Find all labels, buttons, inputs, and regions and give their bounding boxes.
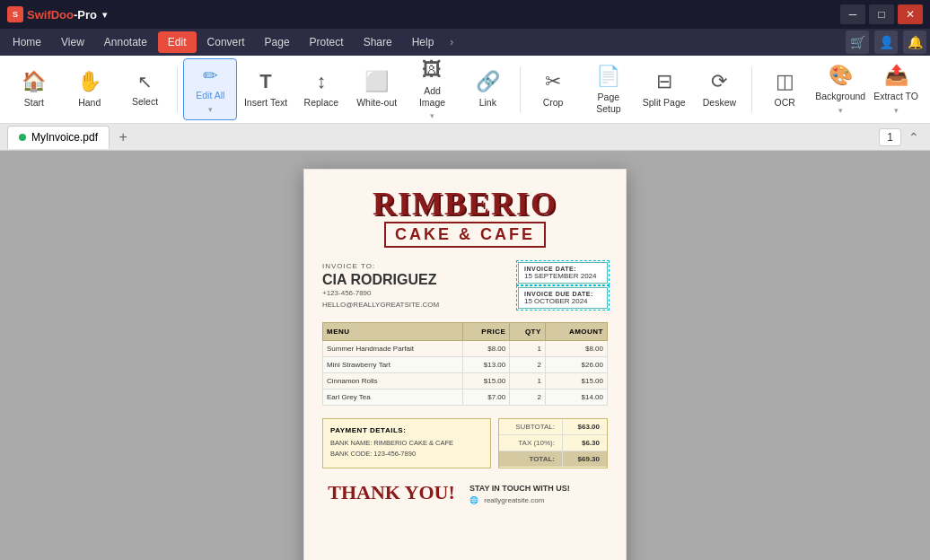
- menu-convert[interactable]: Convert: [198, 32, 254, 52]
- minimize-button[interactable]: ─: [840, 4, 865, 24]
- tool-add-image[interactable]: 🖼 Add Image ▾: [406, 56, 460, 124]
- subtotal-value: $63.00: [562, 419, 607, 434]
- ocr-icon: ◫: [776, 70, 794, 93]
- row-qty-1: 2: [510, 356, 546, 372]
- split-page-icon: ⊟: [656, 70, 672, 93]
- tool-split-page[interactable]: ⊟ Split Page: [637, 61, 691, 118]
- tool-split-page-label: Split Page: [643, 97, 686, 109]
- tab-bar: MyInvoice.pdf + 1 ⌃: [0, 124, 930, 151]
- tax-label: TAX (10%):: [499, 435, 562, 451]
- payment-bank: BANK NAME: RIMBERIO CAKE & CAFE: [330, 438, 483, 450]
- tax-value: $6.30: [562, 435, 607, 451]
- stay-in-touch-section: STAY IN TOUCH WITH US! 🌐 reallygreatsite…: [469, 484, 608, 504]
- tool-background-sub: ▾: [838, 106, 843, 115]
- row-amount-3: $14.00: [545, 389, 607, 405]
- menu-view[interactable]: View: [52, 32, 93, 52]
- menu-page[interactable]: Page: [256, 32, 299, 52]
- tool-crop[interactable]: ✂ Crop: [526, 61, 580, 118]
- tool-white-out[interactable]: ⬜ White-out: [350, 61, 404, 118]
- invoice-date-field[interactable]: INVOICE DATE: 15 SEPTEMBER 2024: [518, 262, 608, 284]
- tool-deskew[interactable]: ⟳ Deskew: [693, 61, 747, 118]
- tool-select[interactable]: ↖ Select: [118, 61, 172, 118]
- table-row: Cinnamon Rolls $15.00 1 $15.00: [323, 372, 608, 389]
- replace-icon: ↕: [316, 70, 326, 93]
- add-image-icon: 🖼: [422, 58, 442, 82]
- tool-hand[interactable]: ✋ Hand: [63, 61, 117, 118]
- separator-1: [177, 67, 178, 112]
- user-icon-button[interactable]: 👤: [874, 31, 898, 54]
- pdf-page[interactable]: RIMBERIO CAKE & CAFE INVOICE TO: CIA ROD…: [303, 169, 627, 560]
- page-setup-icon: 📄: [596, 65, 620, 88]
- brand-dropdown[interactable]: ▾: [102, 10, 107, 20]
- add-tab-button[interactable]: +: [113, 127, 133, 147]
- tool-replace-label: Replace: [304, 97, 339, 109]
- separator-3: [751, 67, 752, 112]
- invoice-footer: THANK YOU! STAY IN TOUCH WITH US! 🌐 real…: [322, 481, 608, 504]
- row-qty-0: 1: [510, 340, 546, 356]
- invoice-date-value: 15 SEPTEMBER 2024: [524, 272, 601, 280]
- notification-icon-button[interactable]: 🔔: [903, 31, 926, 54]
- tool-add-image-label: Add Image: [410, 85, 455, 108]
- tool-background[interactable]: 🎨 Background ▾: [813, 57, 867, 121]
- row-price-2: $15.00: [462, 372, 510, 389]
- tab-dot: [19, 134, 26, 141]
- tool-page-setup[interactable]: 📄 Page Setup: [582, 58, 636, 120]
- tool-crop-label: Crop: [543, 97, 564, 109]
- maximize-button[interactable]: □: [869, 4, 894, 24]
- menu-edit[interactable]: Edit: [158, 31, 197, 53]
- tool-start-label: Start: [24, 97, 44, 109]
- menu-home[interactable]: Home: [4, 32, 50, 52]
- bill-to-name: CIA RODRIGUEZ: [322, 272, 509, 288]
- row-price-3: $7.00: [462, 389, 510, 405]
- invoice-due-date-field[interactable]: INVOICE DUE DATE: 15 OCTOBER 2024: [518, 287, 608, 309]
- bill-to-section: INVOICE TO: CIA RODRIGUEZ +123-456-7890 …: [322, 262, 509, 311]
- tool-ocr[interactable]: ◫ OCR: [758, 61, 812, 118]
- start-icon: 🏠: [22, 70, 46, 93]
- tool-start[interactable]: 🏠 Start: [7, 61, 61, 118]
- tool-ocr-label: OCR: [775, 97, 795, 109]
- row-price-1: $13.00: [462, 356, 510, 372]
- tool-extract-to[interactable]: 📤 Extract TO ▾: [869, 57, 923, 121]
- thank-you-section: THANK YOU!: [322, 481, 461, 504]
- totals-box: SUBTOTAL: $63.00 TAX (10%): $6.30 TOTAL:…: [498, 418, 608, 469]
- globe-icon: 🌐: [469, 496, 478, 504]
- extract-to-icon: 📤: [884, 64, 908, 87]
- invoice-info: INVOICE TO: CIA RODRIGUEZ +123-456-7890 …: [322, 262, 608, 311]
- menu-more[interactable]: ›: [444, 32, 459, 52]
- background-icon: 🎨: [829, 64, 853, 87]
- scroll-up-button[interactable]: ⌃: [905, 128, 923, 146]
- tool-edit-all-sub: ▾: [208, 105, 213, 114]
- table-row: Summer Handmade Parfait $8.00 1 $8.00: [323, 340, 608, 356]
- tool-link[interactable]: 🔗 Link: [461, 61, 514, 118]
- tab-my-invoice[interactable]: MyInvoice.pdf: [7, 126, 110, 149]
- menu-help[interactable]: Help: [403, 32, 443, 52]
- title-bar: S SwifDoo-Pro ▾ ─ □ ✕: [0, 0, 930, 29]
- tool-insert-text[interactable]: T Insert Text: [239, 61, 293, 118]
- close-button[interactable]: ✕: [898, 4, 923, 24]
- menu-bar: Home View Annotate Edit Convert Page Pro…: [0, 29, 930, 56]
- total-value: $69.30: [562, 451, 607, 467]
- due-date-label: INVOICE DUE DATE:: [524, 291, 601, 297]
- link-icon: 🔗: [476, 70, 500, 93]
- menu-share[interactable]: Share: [355, 32, 401, 52]
- due-date-value: 15 OCTOBER 2024: [524, 297, 601, 305]
- row-menu-0: Summer Handmade Parfait: [323, 340, 463, 356]
- stay-website: reallygreatsite.com: [484, 496, 544, 504]
- edit-all-icon: ✏: [203, 65, 218, 86]
- separator-2: [520, 67, 521, 112]
- tool-edit-all[interactable]: ✏ Edit All ▾: [183, 58, 237, 120]
- stay-title: STAY IN TOUCH WITH US!: [469, 484, 608, 493]
- bill-to-label: INVOICE TO:: [322, 262, 509, 270]
- subtotal-row: SUBTOTAL: $63.00: [499, 419, 607, 435]
- subtotal-label: SUBTOTAL:: [499, 419, 562, 434]
- white-out-icon: ⬜: [364, 70, 389, 93]
- cart-icon-button[interactable]: 🛒: [846, 31, 869, 54]
- menu-protect[interactable]: Protect: [301, 32, 353, 52]
- menu-annotate[interactable]: Annotate: [95, 32, 156, 52]
- tab-right-controls: 1 ⌃: [879, 128, 923, 146]
- page-number: 1: [879, 128, 901, 146]
- window-controls: ─ □ ✕: [840, 4, 923, 24]
- crop-icon: ✂: [545, 70, 561, 93]
- tool-replace[interactable]: ↕ Replace: [294, 61, 348, 118]
- hand-icon: ✋: [77, 70, 101, 93]
